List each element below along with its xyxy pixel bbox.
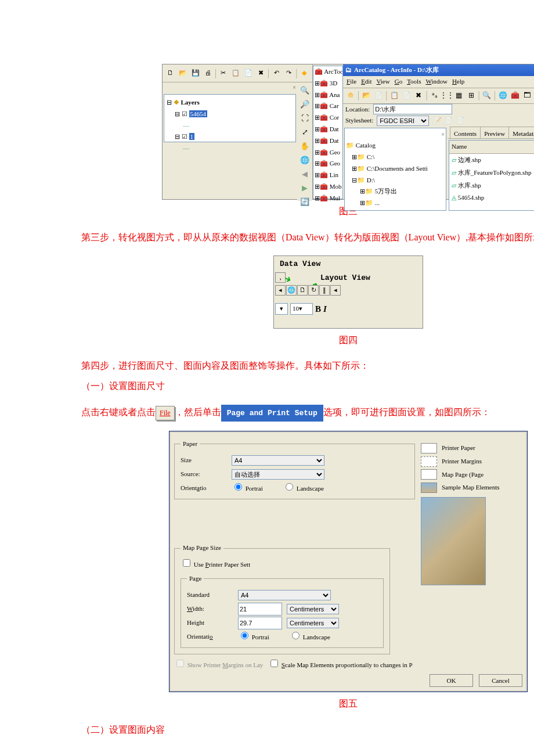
- detail-tabs: Contents Preview Metadata: [448, 127, 534, 139]
- portrait-radio[interactable]: Portrai: [232, 481, 278, 495]
- delete-icon[interactable]: ✖: [255, 67, 266, 79]
- menu-tools[interactable]: Tools: [407, 76, 421, 88]
- forward-icon[interactable]: ▶: [299, 182, 311, 194]
- menu-go[interactable]: Go: [395, 76, 402, 88]
- layout-view-icon[interactable]: 🗋: [297, 285, 308, 296]
- fixed-zoom-icon[interactable]: ⤢: [299, 127, 311, 138]
- expand-icon[interactable]: ›: [275, 272, 286, 283]
- copy2-icon[interactable]: 📋: [389, 91, 399, 101]
- paste2-icon[interactable]: 📄: [401, 91, 412, 101]
- new-icon[interactable]: 🗋: [165, 67, 176, 79]
- arcmap-toolbar: 🗋 📂 💾 🖨 | ✂ 📋 📄 ✖ | ↶ ↷ | ◆: [163, 64, 312, 82]
- bold-button[interactable]: B: [315, 301, 321, 317]
- print-icon[interactable]: 🖨: [202, 67, 213, 79]
- cancel-button[interactable]: Cancel: [479, 674, 522, 687]
- redo-icon[interactable]: ↷: [283, 67, 294, 79]
- window-title: ArcCatalog - ArcInfo - D:\水库: [354, 64, 439, 76]
- dropdown-icon[interactable]: ▾: [275, 303, 288, 315]
- column-header-name[interactable]: Name: [449, 141, 534, 154]
- details-icon[interactable]: ▦: [454, 91, 464, 101]
- refresh-icon[interactable]: ↻: [308, 285, 319, 296]
- delete2-icon[interactable]: ✖: [413, 91, 424, 101]
- height-unit-select[interactable]: Centimeters: [287, 618, 339, 628]
- nav-toolbar: 🔍 🔎 ⛶ ⤢ ✋ 🌐 ◀ ▶ 🔄: [297, 82, 312, 201]
- large-icons-icon[interactable]: ᵃₐ: [430, 91, 440, 101]
- search-icon[interactable]: 🔍: [482, 91, 492, 101]
- scroll-left-icon[interactable]: ◂: [275, 285, 286, 296]
- globe-icon[interactable]: 🌐: [299, 154, 311, 166]
- location-label: Location:: [345, 104, 370, 116]
- stylesheet-select[interactable]: FGDC ESRI: [377, 116, 429, 126]
- pan-icon[interactable]: ✋: [299, 141, 311, 152]
- undo-icon[interactable]: ↶: [270, 67, 282, 79]
- back-icon[interactable]: ◀: [299, 168, 311, 180]
- toolbox-icon[interactable]: 🧰: [510, 91, 520, 101]
- height-input[interactable]: [238, 617, 282, 629]
- stylesheet-label: Stylesheet:: [345, 115, 373, 127]
- paste-icon[interactable]: 📄: [243, 67, 254, 79]
- printer-margins-swatch: [421, 456, 437, 467]
- source-select[interactable]: 自动选择: [232, 469, 324, 480]
- scroll-right-icon[interactable]: ◂: [330, 285, 341, 296]
- italic-button[interactable]: I: [323, 301, 327, 317]
- scale-elements-checkbox[interactable]: Scale Map Elements proportionally to cha…: [268, 661, 413, 668]
- catalog-tree[interactable]: × 📁 Catalog ⊞📁 C:\ ⊞📁 C:\Documents and S…: [344, 128, 446, 211]
- menu-view[interactable]: View: [376, 76, 389, 88]
- step4-instruction: 点击右键或者点击File，然后单击Page and Print Setup选项，…: [81, 404, 534, 422]
- standard-label: Standard: [187, 589, 233, 601]
- page-landscape-radio[interactable]: Landscape: [289, 630, 335, 643]
- map-page-label: Map Page (Page: [442, 469, 484, 481]
- ok-button[interactable]: OK: [430, 674, 473, 687]
- copy-icon[interactable]: 📋: [230, 67, 241, 79]
- step4-line2: （一）设置图面尺寸: [81, 378, 534, 395]
- menu-edit[interactable]: Edit: [361, 76, 371, 88]
- paper-group: Paper SizeA4 Source:自动选择 Orientatio Port…: [174, 438, 415, 499]
- list-icon[interactable]: ⋮⋮: [442, 91, 452, 101]
- tab-preview[interactable]: Preview: [480, 127, 509, 138]
- font-size-select[interactable]: 10 ▾: [290, 303, 313, 315]
- data-view-label: Data View: [280, 257, 320, 271]
- step4-line1: 第四步，进行图面尺寸、图面内容及图面整饰等操作。具体如下所示：: [81, 358, 534, 375]
- file-list[interactable]: Name ▱ 边滩.shp ▱ 水库_FeatureToPolygon.shp …: [449, 140, 534, 211]
- printer-margins-label: Printer Margins: [442, 456, 482, 467]
- paper-size-select[interactable]: A4: [232, 455, 324, 466]
- disconnect-icon[interactable]: 📄: [373, 91, 384, 101]
- window-icon[interactable]: 🗔: [522, 91, 532, 101]
- cut-icon[interactable]: ✂: [218, 67, 229, 79]
- arcmap-icon[interactable]: 🌐: [497, 91, 508, 101]
- refresh-icon[interactable]: 🔄: [299, 196, 311, 208]
- menu-bar[interactable]: File Edit View Go Tools Window Help: [343, 76, 534, 88]
- width-input[interactable]: [238, 603, 282, 615]
- standard-size-select[interactable]: A4: [238, 590, 331, 600]
- edit-style-icon[interactable]: 📝: [432, 115, 441, 127]
- menu-file[interactable]: File: [347, 76, 356, 88]
- connect-folder-icon[interactable]: 📂: [361, 91, 371, 101]
- save-icon[interactable]: 💾: [190, 67, 201, 79]
- tab-contents[interactable]: Contents: [450, 127, 481, 138]
- tab-metadata[interactable]: Metadata: [508, 127, 534, 138]
- up-icon[interactable]: ⟰: [345, 91, 356, 101]
- title-bar: 🗂 ArcCatalog - ArcInfo - D:\水库: [343, 64, 534, 76]
- arctoolbox-tree[interactable]: 🧰 ArcToo ⊞🧰 3D ⊞🧰 Ana ⊞🧰 Car ⊞🧰 Cor ⊞🧰 D…: [313, 66, 343, 199]
- use-printer-checkbox[interactable]: Use Printer Paper Sett: [181, 561, 250, 568]
- data-view-icon[interactable]: 🌐: [286, 285, 297, 296]
- menu-window[interactable]: Window: [425, 76, 447, 88]
- menu-help[interactable]: Help: [452, 76, 464, 88]
- add-data-icon[interactable]: ◆: [298, 67, 309, 79]
- pause-icon[interactable]: ‖: [319, 285, 330, 296]
- full-extent-icon[interactable]: ⛶: [299, 113, 311, 124]
- new-style-icon[interactable]: 📄: [444, 115, 452, 127]
- width-unit-select[interactable]: Centimeters: [287, 604, 339, 614]
- location-input[interactable]: [373, 104, 452, 114]
- open-icon[interactable]: 📂: [177, 67, 188, 79]
- caption-fig4: 图四: [81, 332, 534, 349]
- file-menu-button[interactable]: File: [156, 406, 175, 421]
- style-icon3[interactable]: 📄: [456, 115, 464, 127]
- page-portrait-radio[interactable]: Portrai: [238, 630, 284, 643]
- landscape-radio[interactable]: Landscape: [283, 481, 329, 495]
- toc-tree[interactable]: ⊟ ❖ Layers ⊟ ☑ 54654 — ⊟ ☑ 1 —: [164, 94, 296, 142]
- zoom-in-icon[interactable]: 🔍: [299, 85, 311, 96]
- zoom-out-icon[interactable]: 🔎: [299, 99, 311, 110]
- page-setup-menu-item[interactable]: Page and Print Setup: [221, 405, 323, 422]
- thumbnails-icon[interactable]: ⊞: [466, 91, 477, 101]
